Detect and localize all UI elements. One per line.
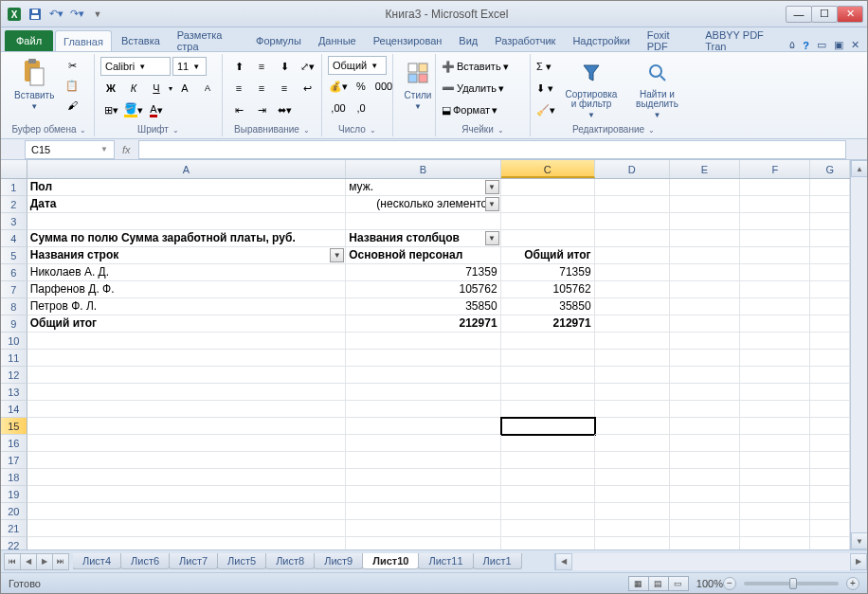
cell-E15[interactable] — [670, 418, 740, 435]
qat-dropdown-icon[interactable]: ▼ — [88, 5, 107, 24]
cell-E5[interactable] — [670, 247, 740, 264]
cell-G10[interactable] — [810, 333, 850, 350]
column-header-G[interactable]: G — [810, 160, 850, 178]
sheet-nav-last-icon[interactable]: ⏭ — [52, 553, 69, 570]
cell-A11[interactable] — [27, 350, 347, 367]
mdi-restore-icon[interactable]: ▣ — [834, 39, 843, 51]
cell-A20[interactable] — [27, 503, 347, 520]
formula-input[interactable] — [138, 140, 846, 159]
column-header-E[interactable]: E — [670, 160, 740, 178]
ribbon-tab-10[interactable]: ABBYY PDF Tran — [697, 30, 786, 51]
ribbon-tab-9[interactable]: Foxit PDF — [640, 30, 696, 51]
cell-B10[interactable] — [346, 333, 500, 350]
help-icon[interactable]: ? — [803, 40, 809, 51]
column-header-B[interactable]: B — [346, 160, 500, 178]
sheet-tab-Лист11[interactable]: Лист11 — [418, 553, 473, 569]
ribbon-tab-6[interactable]: Вид — [451, 30, 485, 51]
format-cells-button[interactable]: ⬓Формат ▾ — [442, 99, 497, 120]
cell-G19[interactable] — [810, 486, 850, 503]
row-header-4[interactable]: 4 — [1, 230, 27, 247]
cell-A12[interactable] — [27, 367, 347, 384]
cell-F7[interactable] — [740, 281, 810, 298]
sheet-tab-Лист8[interactable]: Лист8 — [265, 553, 315, 569]
bold-button[interactable]: Ж — [100, 79, 121, 98]
redo-icon[interactable]: ↷▾ — [67, 5, 86, 24]
cell-C11[interactable] — [501, 350, 595, 367]
decrease-decimal-icon[interactable]: ,0 — [351, 99, 371, 117]
scroll-down-icon[interactable]: ▼ — [851, 532, 867, 549]
cell-A13[interactable] — [27, 384, 347, 401]
zoom-slider[interactable] — [744, 582, 839, 585]
cell-E4[interactable] — [670, 230, 740, 247]
cell-G4[interactable] — [810, 230, 850, 247]
cell-F18[interactable] — [740, 469, 810, 486]
cell-F13[interactable] — [740, 384, 810, 401]
cell-F9[interactable] — [740, 315, 810, 333]
row-header-12[interactable]: 12 — [1, 367, 27, 384]
cell-B15[interactable] — [346, 418, 500, 435]
cell-D16[interactable] — [595, 435, 670, 452]
scroll-right-icon[interactable]: ▶ — [850, 553, 867, 570]
cell-B4[interactable]: Названия столбцов▼ — [346, 230, 500, 247]
cell-B3[interactable] — [346, 213, 500, 230]
cell-F17[interactable] — [740, 452, 810, 469]
increase-decimal-icon[interactable]: ,00 — [328, 99, 349, 117]
undo-icon[interactable]: ↶▾ — [46, 5, 65, 24]
cell-E11[interactable] — [670, 350, 740, 367]
cell-A15[interactable] — [27, 418, 347, 435]
cell-A21[interactable] — [27, 520, 347, 537]
cell-B8[interactable]: 35850 — [346, 298, 500, 315]
cell-E10[interactable] — [670, 333, 740, 350]
cell-D1[interactable] — [595, 179, 670, 196]
row-header-19[interactable]: 19 — [1, 486, 27, 503]
ribbon-tab-5[interactable]: Рецензирован — [366, 30, 450, 51]
maximize-button[interactable]: ☐ — [811, 6, 838, 23]
decrease-font-icon[interactable]: A — [197, 79, 218, 98]
sheet-tab-Лист5[interactable]: Лист5 — [217, 553, 266, 569]
align-left-icon[interactable]: ≡ — [228, 79, 249, 98]
align-center-icon[interactable]: ≡ — [251, 79, 272, 98]
cell-C22[interactable] — [501, 537, 595, 549]
cell-G7[interactable] — [810, 281, 850, 298]
decrease-indent-icon[interactable]: ⇤ — [228, 100, 249, 119]
cell-C8[interactable]: 35850 — [501, 298, 595, 315]
mdi-minimize-icon[interactable]: ▭ — [817, 39, 826, 51]
cell-E13[interactable] — [670, 384, 740, 401]
row-header-18[interactable]: 18 — [1, 469, 27, 486]
cell-D9[interactable] — [595, 315, 670, 333]
font-size-combo[interactable]: 11▼ — [172, 57, 207, 76]
cell-D18[interactable] — [595, 469, 670, 486]
cell-D10[interactable] — [595, 333, 670, 350]
cell-C1[interactable] — [501, 179, 595, 196]
normal-view-icon[interactable]: ▦ — [628, 576, 649, 591]
minimize-button[interactable]: — — [786, 6, 812, 23]
row-header-3[interactable]: 3 — [1, 213, 27, 230]
cell-E18[interactable] — [670, 469, 740, 486]
cell-B22[interactable] — [346, 537, 500, 549]
cell-C10[interactable] — [501, 333, 595, 350]
row-header-21[interactable]: 21 — [1, 520, 27, 537]
cell-D12[interactable] — [595, 367, 670, 384]
cell-B6[interactable]: 71359 — [346, 264, 500, 281]
cell-A8[interactable]: Петров Ф. Л. — [27, 298, 347, 315]
cell-B13[interactable] — [346, 384, 500, 401]
cell-A18[interactable] — [27, 469, 347, 486]
cell-A17[interactable] — [27, 452, 347, 469]
orientation-icon[interactable]: ⤢▾ — [297, 57, 317, 76]
border-icon[interactable]: ⊞▾ — [100, 100, 121, 119]
row-header-20[interactable]: 20 — [1, 503, 27, 520]
styles-button[interactable]: Стили ▼ — [399, 56, 437, 113]
cut-icon[interactable]: ✂ — [62, 56, 82, 75]
cell-B12[interactable] — [346, 367, 500, 384]
delete-cells-button[interactable]: ➖Удалить ▾ — [442, 78, 504, 99]
cell-A1[interactable]: Пол — [27, 179, 347, 196]
cell-C17[interactable] — [501, 452, 595, 469]
cell-E9[interactable] — [670, 315, 740, 333]
comma-icon[interactable]: 000 — [373, 77, 394, 96]
sheet-tab-Лист4[interactable]: Лист4 — [73, 553, 121, 569]
clear-button[interactable]: 🧹▾ — [536, 99, 555, 120]
cell-F10[interactable] — [740, 333, 810, 350]
cell-C2[interactable] — [501, 196, 595, 213]
row-header-2[interactable]: 2 — [1, 196, 27, 213]
cell-B16[interactable] — [346, 435, 500, 452]
